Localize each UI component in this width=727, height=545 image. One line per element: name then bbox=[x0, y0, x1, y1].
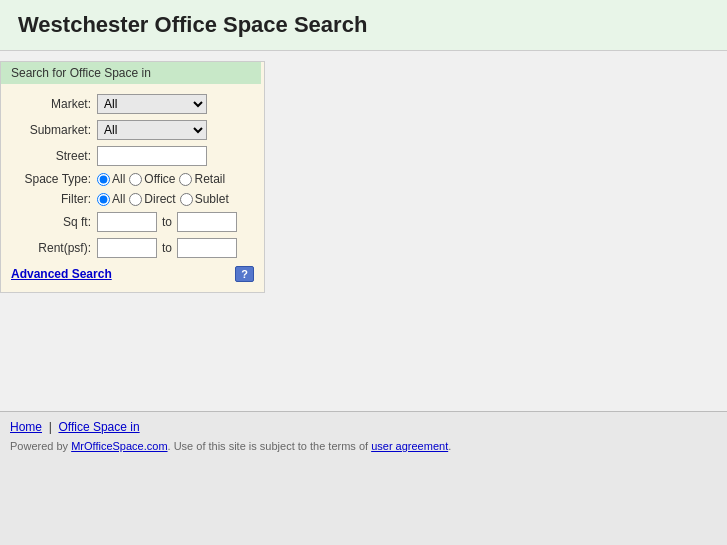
terms-text: . Use of this site is subject to the ter… bbox=[168, 440, 372, 452]
street-row: Street: bbox=[11, 146, 254, 166]
rent-max-input[interactable] bbox=[177, 238, 237, 258]
filter-row: Filter: All Direct Sublet bbox=[11, 192, 254, 206]
sqft-to-label: to bbox=[162, 215, 172, 229]
powered-site-link[interactable]: MrOfficeSpace.com bbox=[71, 440, 167, 452]
market-row: Market: All bbox=[11, 94, 254, 114]
page-title: Westchester Office Space Search bbox=[18, 12, 709, 38]
sqft-row: Sq ft: to bbox=[11, 212, 254, 232]
help-button[interactable]: ? bbox=[235, 266, 254, 282]
header: Westchester Office Space Search bbox=[0, 0, 727, 51]
filter-all-label: All bbox=[97, 192, 125, 206]
space-type-radio-group: All Office Retail bbox=[97, 172, 225, 186]
submarket-select[interactable]: All bbox=[97, 120, 207, 140]
rent-to-label: to bbox=[162, 241, 172, 255]
space-type-office-label: Office bbox=[129, 172, 175, 186]
submarket-label: Submarket: bbox=[11, 123, 91, 137]
footer: Home | Office Space in Powered by MrOffi… bbox=[0, 412, 727, 460]
office-space-link[interactable]: Office Space in bbox=[58, 420, 139, 434]
advanced-row: Advanced Search ? bbox=[11, 266, 254, 282]
submarket-row: Submarket: All bbox=[11, 120, 254, 140]
market-select[interactable]: All bbox=[97, 94, 207, 114]
market-label: Market: bbox=[11, 97, 91, 111]
rent-row: Rent(psf): to bbox=[11, 238, 254, 258]
sqft-label: Sq ft: bbox=[11, 215, 91, 229]
search-panel-title: Search for Office Space in bbox=[1, 62, 261, 84]
powered-text: Powered by bbox=[10, 440, 71, 452]
filter-sublet-label: Sublet bbox=[180, 192, 229, 206]
filter-label: Filter: bbox=[11, 192, 91, 206]
space-type-retail-label: Retail bbox=[179, 172, 225, 186]
rent-label: Rent(psf): bbox=[11, 241, 91, 255]
filter-radio-group: All Direct Sublet bbox=[97, 192, 229, 206]
space-type-all-label: All bbox=[97, 172, 125, 186]
sqft-min-input[interactable] bbox=[97, 212, 157, 232]
search-panel: Search for Office Space in Market: All S… bbox=[0, 61, 265, 293]
footer-links: Home | Office Space in bbox=[10, 420, 717, 434]
footer-powered: Powered by MrOfficeSpace.com. Use of thi… bbox=[10, 440, 717, 452]
filter-all-radio[interactable] bbox=[97, 193, 110, 206]
home-link[interactable]: Home bbox=[10, 420, 42, 434]
rent-min-input[interactable] bbox=[97, 238, 157, 258]
street-label: Street: bbox=[11, 149, 91, 163]
space-type-label: Space Type: bbox=[11, 172, 91, 186]
main-content: Search for Office Space in Market: All S… bbox=[0, 51, 727, 411]
sqft-max-input[interactable] bbox=[177, 212, 237, 232]
period: . bbox=[448, 440, 451, 452]
user-agreement-link[interactable]: user agreement bbox=[371, 440, 448, 452]
space-type-row: Space Type: All Office Retail bbox=[11, 172, 254, 186]
street-input[interactable] bbox=[97, 146, 207, 166]
space-type-all-radio[interactable] bbox=[97, 173, 110, 186]
filter-sublet-radio[interactable] bbox=[180, 193, 193, 206]
space-type-office-radio[interactable] bbox=[129, 173, 142, 186]
advanced-search-link[interactable]: Advanced Search bbox=[11, 267, 112, 281]
filter-direct-label: Direct bbox=[129, 192, 175, 206]
space-type-retail-radio[interactable] bbox=[179, 173, 192, 186]
filter-direct-radio[interactable] bbox=[129, 193, 142, 206]
